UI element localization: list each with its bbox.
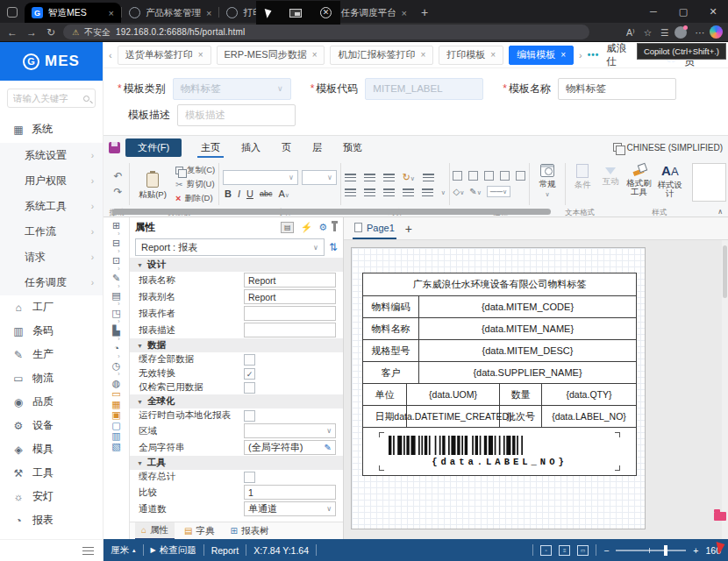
property-checkbox[interactable] xyxy=(244,354,255,366)
border-outside-icon[interactable] xyxy=(468,171,478,181)
browser-menu-icon[interactable]: ⋯ xyxy=(696,27,705,38)
unit-selector[interactable]: 厘米▴ xyxy=(111,544,136,557)
toolbox-item[interactable]: ▢ › xyxy=(111,421,120,430)
tab-report-tree[interactable]: ⊞ 报表树 xyxy=(225,523,275,539)
conditions-button[interactable]: 条件 xyxy=(569,160,597,208)
ribbon-tab[interactable]: 预览 xyxy=(332,138,373,158)
template-category-select[interactable]: 物料标签 ∨ xyxy=(173,78,291,100)
close-icon[interactable]: × xyxy=(109,8,114,18)
more-icon[interactable]: ••• xyxy=(588,50,600,60)
template-name-field[interactable] xyxy=(558,78,676,100)
collections-icon[interactable]: ☰ xyxy=(660,27,668,38)
toolbox-item[interactable]: ✎ › xyxy=(112,273,120,290)
check-issues-button[interactable]: ▶检查问题 xyxy=(151,544,196,557)
close-icon[interactable]: × xyxy=(198,50,203,60)
close-icon[interactable]: × xyxy=(560,50,566,60)
refresh-icon[interactable]: ↻ xyxy=(44,26,58,39)
sidebar-item[interactable]: ▭ 物流 xyxy=(0,366,103,390)
section-header[interactable]: ▼工具 xyxy=(130,456,343,470)
tab-properties[interactable]: ⌂ 属性 xyxy=(135,522,175,540)
label-title[interactable]: 广东威浪仕水环境设备有限公司物料标签 xyxy=(363,273,636,296)
tab-dictionary[interactable]: ▤ 字典 xyxy=(178,523,220,539)
ribbon-tab[interactable]: 层 xyxy=(302,138,332,158)
property-input[interactable] xyxy=(244,289,336,304)
align-bottom-icon[interactable] xyxy=(383,174,395,181)
nav-tab[interactable]: 打印模板 × xyxy=(439,46,503,65)
delete-button[interactable]: ×删除(D) xyxy=(175,193,215,204)
align-top-icon[interactable] xyxy=(345,174,356,181)
page-tab[interactable]: Page1 xyxy=(353,217,396,239)
minimize-button[interactable]: ─ xyxy=(639,0,668,23)
tenant-name[interactable]: 威浪仕 xyxy=(606,42,630,68)
property-checkbox[interactable] xyxy=(244,382,255,394)
label-split-row[interactable]: 单位 {data.UOM} 数量 {data.QTY} xyxy=(363,384,636,406)
template-description-input[interactable] xyxy=(185,110,288,120)
save-icon[interactable] xyxy=(109,142,120,153)
align-right-icon[interactable] xyxy=(383,188,395,196)
redo-icon[interactable]: ↷ xyxy=(114,186,123,198)
forward-icon[interactable]: → xyxy=(25,26,39,39)
close-icon[interactable]: × xyxy=(401,8,406,18)
toolbox-item[interactable]: ◷ › xyxy=(112,361,121,378)
nav-tab[interactable]: 机加汇报标签打印 × xyxy=(330,46,433,65)
italic-icon[interactable]: I xyxy=(238,188,240,199)
strikethrough-icon[interactable]: abc xyxy=(260,189,273,198)
close-icon[interactable]: × xyxy=(490,50,496,60)
sidebar-item[interactable]: ⚒ 工具 xyxy=(0,461,103,485)
canvas-viewport[interactable]: 广东威浪仕水环境设备有限公司物料标签 物料编码 {data.MITEM_CODE… xyxy=(344,240,728,539)
property-edit[interactable]: (全局字符串)✎ xyxy=(244,440,336,455)
border-all-icon[interactable] xyxy=(453,171,462,181)
fill-color-icon[interactable]: ◇∨ xyxy=(453,187,464,196)
stop-share-icon[interactable]: ✕ xyxy=(320,7,332,18)
component-selector[interactable]: Report : 报表 ∨ xyxy=(135,238,325,256)
scroll-tabs-right-icon[interactable]: › xyxy=(579,50,582,60)
label-row[interactable]: 物料名称 {data.MITEM_NAME} xyxy=(363,318,636,340)
nav-tab[interactable]: 送货单标签打印 × xyxy=(118,46,211,65)
add-page-button[interactable]: + xyxy=(405,222,412,236)
properties-view-icon[interactable]: ▤ xyxy=(281,222,294,233)
maximize-button[interactable]: ▢ xyxy=(668,0,698,23)
sidebar-item[interactable]: ◈ 模具 xyxy=(0,437,103,461)
collapse-ribbon-icon[interactable]: ∧ xyxy=(717,208,723,216)
toolbox-item[interactable]: ⊡ › xyxy=(112,256,120,273)
interaction-button[interactable]: 互动 xyxy=(596,160,625,208)
sidebar-subitem[interactable]: 请求 › xyxy=(0,245,103,270)
sidebar-item[interactable]: ⌂ 工厂 xyxy=(0,295,103,319)
toolbox-item[interactable]: ▤ › xyxy=(111,291,120,308)
border-none-icon[interactable] xyxy=(516,171,525,181)
bold-icon[interactable]: B xyxy=(225,188,232,199)
toolbox-item[interactable]: ▭ › xyxy=(111,389,120,399)
label-row[interactable]: 规格型号 {data.MITEM_DESC} xyxy=(363,340,636,362)
sidebar-subitem[interactable]: 工作流 › xyxy=(0,219,103,245)
toolbox-item[interactable]: ▥ › xyxy=(111,431,120,441)
favorites-icon[interactable]: ☆ xyxy=(644,27,652,38)
language-selector[interactable]: CHINESE (SIMPLIFIED) xyxy=(613,143,723,153)
sidebar-group-system[interactable]: ▦ 系统 xyxy=(0,116,103,143)
collapse-sidebar-icon[interactable] xyxy=(82,547,94,555)
property-checkbox[interactable] xyxy=(244,368,255,380)
label-table[interactable]: 广东威浪仕水环境设备有限公司物料标签 物料编码 {data.MITEM_CODE… xyxy=(362,273,637,476)
sidebar-subitem[interactable]: 任务调度 › xyxy=(0,270,103,295)
sidebar-item[interactable]: ⚙ 设备 xyxy=(0,414,103,437)
style-preview-box[interactable] xyxy=(692,163,726,202)
toolbox-item[interactable]: ◳ › xyxy=(111,309,120,325)
border-style-select[interactable]: ──∨ xyxy=(487,186,510,197)
ribbon-tab[interactable]: 主页 xyxy=(190,138,231,158)
font-color-icon[interactable]: A∨ xyxy=(278,188,289,199)
new-tab-button[interactable]: + xyxy=(421,5,428,19)
sidebar-item[interactable]: ▥ 条码 xyxy=(0,319,103,343)
style-designer-button[interactable]: AA 样式设计 xyxy=(653,160,686,208)
word-wrap-icon[interactable] xyxy=(423,174,434,181)
view-mode-width-icon[interactable]: ▭ xyxy=(577,545,589,556)
property-select[interactable]: ∨ xyxy=(244,423,336,438)
border-top-icon[interactable] xyxy=(484,171,494,181)
sort-properties-icon[interactable]: ⇅ xyxy=(329,241,338,253)
close-icon[interactable]: × xyxy=(206,8,211,18)
view-mode-continuous-icon[interactable]: ≡ xyxy=(559,545,570,556)
tab-actions-icon[interactable] xyxy=(7,7,18,18)
read-aloud-icon[interactable]: A⁾ xyxy=(626,27,635,38)
scroll-tabs-left-icon[interactable]: ‹ xyxy=(109,50,112,60)
toolbox-item[interactable]: ◍ › xyxy=(112,379,121,388)
toolbox-item[interactable]: ▧ › xyxy=(111,442,120,451)
property-input[interactable] xyxy=(244,273,336,288)
